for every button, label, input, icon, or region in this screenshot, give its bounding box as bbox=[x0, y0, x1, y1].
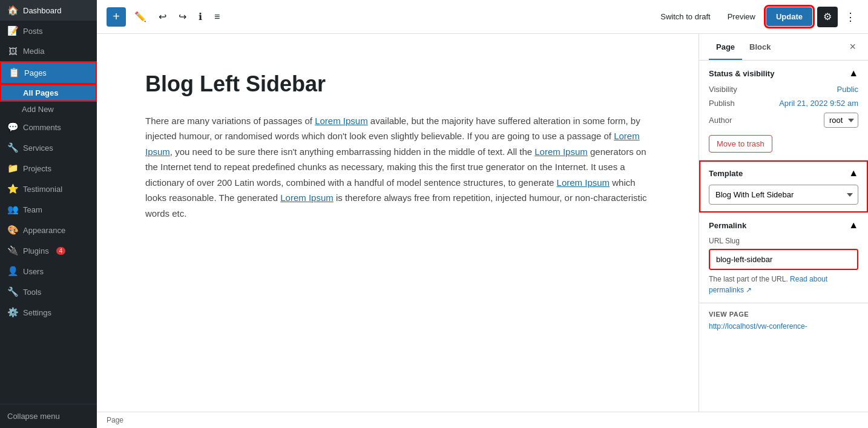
undo-icon: ↩ bbox=[159, 11, 166, 22]
tab-page[interactable]: Page bbox=[709, 34, 742, 60]
view-page-label: VIEW PAGE bbox=[709, 311, 858, 318]
publish-value[interactable]: April 21, 2022 9:52 am bbox=[779, 99, 858, 108]
view-page-link[interactable]: http://localhost/vw-conference- bbox=[709, 322, 807, 331]
update-button[interactable]: Update bbox=[766, 7, 812, 26]
preview-button[interactable]: Preview bbox=[722, 8, 761, 25]
right-panel: Page Block × Status & visibility ▲ Visib… bbox=[699, 34, 868, 412]
testimonial-icon: ⭐ bbox=[7, 183, 18, 194]
page-title[interactable]: Blog Left Sidebar bbox=[145, 70, 650, 99]
more-options-button[interactable]: ⋮ bbox=[843, 8, 858, 26]
template-header[interactable]: Template ▲ bbox=[709, 168, 858, 179]
template-title: Template bbox=[709, 169, 743, 178]
settings-gear-button[interactable]: ⚙ bbox=[817, 7, 838, 27]
lorem-link-5[interactable]: Lorem Ipsum bbox=[280, 193, 334, 203]
gear-icon: ⚙ bbox=[823, 11, 832, 22]
toolbar-right: Switch to draft Preview Update ⚙ ⋮ bbox=[654, 7, 858, 27]
publish-label: Publish bbox=[709, 99, 735, 108]
redo-button[interactable]: ↪ bbox=[175, 7, 190, 26]
dashboard-icon: 🏠 bbox=[7, 5, 18, 16]
sidebar: 🏠 Dashboard 📝 Posts 🖼 Media 📋 Pages All … bbox=[0, 0, 97, 428]
plugins-icon: 🔌 bbox=[7, 245, 18, 256]
main-wrap: + ✏️ ↩ ↪ ℹ ≡ Switch to draft Preview Upd… bbox=[97, 0, 868, 428]
sidebar-item-services[interactable]: 🔧 Services bbox=[0, 137, 97, 158]
sidebar-item-team[interactable]: 👥 Team bbox=[0, 199, 97, 220]
move-trash-button[interactable]: Move to trash bbox=[709, 135, 772, 153]
sidebar-item-settings[interactable]: ⚙️ Settings bbox=[0, 302, 97, 323]
switch-draft-button[interactable]: Switch to draft bbox=[654, 8, 716, 25]
visibility-label: Visibility bbox=[709, 85, 737, 94]
services-icon: 🔧 bbox=[7, 142, 18, 153]
undo-button[interactable]: ↩ bbox=[155, 7, 170, 26]
tab-block[interactable]: Block bbox=[742, 34, 778, 60]
sidebar-item-plugins[interactable]: 🔌 Plugins 4 bbox=[0, 240, 97, 261]
collapse-menu[interactable]: Collapse menu bbox=[0, 404, 97, 428]
projects-icon: 📁 bbox=[7, 163, 18, 174]
sidebar-item-appearance[interactable]: 🎨 Appearance bbox=[0, 220, 97, 240]
editor-panel-wrap: Blog Left Sidebar There are many variati… bbox=[97, 34, 868, 412]
status-visibility-title: Status & visibility bbox=[709, 69, 774, 78]
sidebar-item-testimonial[interactable]: ⭐ Testimonial bbox=[0, 179, 97, 199]
visibility-value[interactable]: Public bbox=[837, 85, 858, 94]
tools-icon: 🔧 bbox=[7, 286, 18, 297]
lorem-link-4[interactable]: Lorem Ipsum bbox=[557, 177, 610, 188]
editor-area: Blog Left Sidebar There are many variati… bbox=[97, 34, 699, 412]
permalink-collapse-icon: ▲ bbox=[849, 220, 858, 231]
status-visibility-header[interactable]: Status & visibility ▲ bbox=[709, 68, 858, 79]
permalink-description: The last part of the URL. Read about per… bbox=[709, 274, 858, 295]
sidebar-item-users[interactable]: 👤 Users bbox=[0, 261, 97, 281]
sidebar-item-dashboard[interactable]: 🏠 Dashboard bbox=[0, 0, 97, 21]
collapse-icon: ▲ bbox=[849, 68, 858, 79]
template-collapse-icon: ▲ bbox=[849, 168, 858, 179]
sidebar-item-projects[interactable]: 📁 Projects bbox=[0, 158, 97, 179]
author-row: Author root bbox=[709, 113, 858, 128]
add-block-button[interactable]: + bbox=[107, 7, 126, 27]
sidebar-item-pages[interactable]: 📋 Pages bbox=[0, 61, 97, 84]
comments-icon: 💬 bbox=[7, 122, 18, 133]
permalink-title: Permalink bbox=[709, 221, 746, 230]
toolbar: + ✏️ ↩ ↪ ℹ ≡ Switch to draft Preview Upd… bbox=[97, 0, 868, 34]
appearance-icon: 🎨 bbox=[7, 225, 18, 235]
publish-row: Publish April 21, 2022 9:52 am bbox=[709, 99, 858, 108]
redo-icon: ↪ bbox=[179, 11, 186, 22]
pencil-icon: ✏️ bbox=[134, 11, 146, 22]
lorem-link-1[interactable]: Lorem Ipsum bbox=[315, 116, 368, 126]
panel-tabs: Page Block × bbox=[699, 34, 868, 61]
footer-page-label: Page bbox=[107, 416, 123, 424]
lorem-link-3[interactable]: Lorem Ipsum bbox=[534, 147, 588, 157]
media-icon: 🖼 bbox=[7, 46, 18, 56]
sidebar-all-pages[interactable]: All Pages bbox=[0, 84, 97, 102]
editor-content[interactable]: There are many variations of passages of… bbox=[145, 113, 650, 222]
visibility-row: Visibility Public bbox=[709, 85, 858, 94]
list-view-button[interactable]: ≡ bbox=[211, 8, 223, 26]
url-slug-label: URL Slug bbox=[709, 237, 858, 245]
author-label: Author bbox=[709, 116, 732, 125]
template-select[interactable]: Blog With Left Sidebar Default Template … bbox=[709, 185, 858, 205]
users-icon: 👤 bbox=[7, 266, 18, 277]
plugins-badge: 4 bbox=[56, 247, 66, 255]
sidebar-add-new[interactable]: Add New bbox=[0, 102, 97, 117]
info-icon: ℹ bbox=[199, 11, 202, 22]
list-icon: ≡ bbox=[214, 12, 220, 22]
posts-icon: 📝 bbox=[7, 25, 18, 36]
ellipsis-icon: ⋮ bbox=[845, 11, 856, 23]
sidebar-item-posts[interactable]: 📝 Posts bbox=[0, 21, 97, 41]
author-select[interactable]: root bbox=[824, 113, 858, 128]
template-select-wrap: Blog With Left Sidebar Default Template … bbox=[709, 185, 858, 205]
sidebar-item-tools[interactable]: 🔧 Tools bbox=[0, 281, 97, 302]
sidebar-item-media[interactable]: 🖼 Media bbox=[0, 41, 97, 61]
info-button[interactable]: ℹ bbox=[195, 7, 206, 26]
editor-footer: Page bbox=[97, 412, 868, 428]
pages-icon: 📋 bbox=[8, 67, 19, 78]
view-page-section: VIEW PAGE http://localhost/vw-conference… bbox=[699, 303, 868, 338]
team-icon: 👥 bbox=[7, 204, 18, 215]
permalink-section: Permalink ▲ URL Slug The last part of th… bbox=[699, 212, 868, 303]
settings-icon: ⚙️ bbox=[7, 307, 18, 318]
url-slug-input[interactable] bbox=[710, 250, 857, 269]
permalink-header[interactable]: Permalink ▲ bbox=[709, 220, 858, 231]
tools-button[interactable]: ✏️ bbox=[131, 7, 150, 26]
url-slug-input-wrap bbox=[709, 249, 858, 270]
sidebar-item-comments[interactable]: 💬 Comments bbox=[0, 117, 97, 137]
template-section: Template ▲ Blog With Left Sidebar Defaul… bbox=[699, 160, 868, 212]
status-visibility-section: Status & visibility ▲ Visibility Public … bbox=[699, 61, 868, 160]
panel-close-button[interactable]: × bbox=[847, 38, 858, 56]
